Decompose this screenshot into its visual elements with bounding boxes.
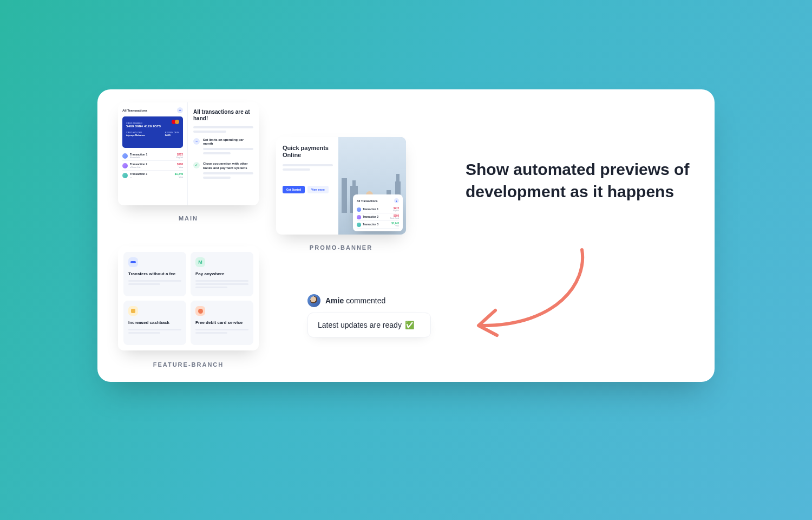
marketing-panel: All Transactions + CARD NUMBER 5469 3984…	[97, 89, 715, 382]
tile-title: Pay anywhere	[195, 271, 248, 277]
tx-status: Visa	[175, 176, 183, 178]
preview-main: All Transactions + CARD NUMBER 5469 3984…	[118, 102, 259, 205]
promo-image: All Transactions + Transaction 1 $272 Pa…	[338, 137, 406, 235]
placeholder-line	[193, 131, 226, 133]
arrow-icon	[466, 244, 595, 342]
feature-row: ✓ Close cooperation with other banks and…	[193, 162, 253, 180]
feature-tile: M Pay anywhere	[191, 252, 253, 296]
placeholder-line	[203, 172, 253, 174]
feature-text: Close cooperation with other banks and p…	[203, 162, 253, 170]
tx-name: Transaction 3	[363, 223, 390, 226]
avatar	[122, 173, 128, 178]
view-more-button[interactable]: View more	[307, 186, 329, 193]
add-button[interactable]: +	[177, 107, 183, 113]
preview-main-left-pane: All Transactions + CARD NUMBER 5469 3984…	[118, 102, 187, 205]
avatar	[357, 207, 361, 212]
comment-header: Amie commented	[307, 294, 431, 307]
middle-column: Quick payments Online Get Started View m…	[276, 137, 460, 251]
tile-badge	[128, 306, 138, 316]
preview-label-feature: FEATURE-BRANCH	[118, 361, 259, 368]
check-icon: ✓	[193, 162, 200, 168]
tile-title: Transfers without a fee	[128, 271, 181, 277]
tile-badge: M	[195, 257, 205, 267]
promo-left-pane: Quick payments Online Get Started View m…	[276, 137, 338, 235]
tx-status: Bank Card	[390, 217, 399, 219]
preview-label-main: MAIN	[118, 215, 259, 222]
tx-status: Visa	[391, 225, 399, 227]
transaction-row: Transaction 2 eSewa Ltd. $100 Visa	[122, 161, 183, 171]
tile-title: Free debit card service	[195, 320, 248, 326]
page-headline: Show automated previews of development a…	[466, 159, 698, 203]
comment-author: Amie	[325, 296, 344, 305]
feature-tile: Free debit card service	[191, 301, 253, 345]
all-transactions-title: All Transactions	[122, 109, 147, 112]
add-button[interactable]: +	[394, 198, 399, 203]
preview-promo-banner: Quick payments Online Get Started View m…	[276, 137, 406, 235]
tile-title: Increased cashback	[128, 320, 181, 326]
transactions-popup: All Transactions + Transaction 1 $272 Pa…	[353, 194, 403, 231]
tx-status: Visa	[177, 166, 183, 168]
comment-author-avatar	[307, 294, 320, 307]
preview-label-promo: PROMO-BANNER	[276, 244, 406, 251]
placeholder-line	[283, 168, 310, 171]
all-transactions-header: All Transactions +	[122, 107, 183, 113]
minus-icon: −	[193, 138, 200, 145]
placeholder-line	[203, 152, 231, 154]
tx-status: PayPal	[176, 156, 183, 159]
left-column: All Transactions + CARD NUMBER 5469 3984…	[118, 102, 286, 368]
preview-feature-branch: Transfers without a fee M Pay anywhere I…	[118, 246, 259, 350]
card-holder: Alyonya Mobatrea	[126, 134, 145, 136]
transaction-row: Transaction 2 $100 Bank Card	[357, 213, 399, 221]
card-number: 5469 3984 4129 9573	[126, 125, 179, 128]
square-icon	[131, 309, 135, 313]
comment-bubble: Latest updates are ready ✅	[307, 313, 431, 337]
credit-card: CARD NUMBER 5469 3984 4129 9573 CARD HOL…	[122, 116, 183, 148]
tile-badge	[195, 306, 205, 316]
letter-m-icon: M	[198, 259, 202, 265]
tx-name: Transaction 1	[363, 208, 391, 211]
comment-block: Amie commented Latest updates are ready …	[307, 294, 431, 337]
circle-icon	[198, 309, 203, 314]
tx-name: Transaction 2	[363, 216, 388, 218]
preview-main-right-pane: All transactions are at hand! − Set limi…	[187, 102, 259, 205]
avatar	[122, 163, 128, 168]
check-emoji-icon: ✅	[405, 321, 414, 329]
main-headline: All transactions are at hand!	[193, 109, 253, 122]
tile-badge	[128, 257, 138, 267]
dash-icon	[130, 261, 136, 263]
comment-body: Latest updates are ready	[318, 321, 402, 329]
feature-text: Set limits on spending per month	[203, 138, 253, 146]
comment-verb: commented	[346, 296, 385, 305]
transaction-row: Transaction 1 $272 PayPal	[357, 206, 399, 213]
feature-tile: Transfers without a fee	[123, 252, 186, 296]
placeholder-line	[193, 126, 253, 128]
placeholder-line	[203, 148, 253, 150]
avatar	[357, 223, 361, 227]
placeholder-line	[283, 164, 333, 166]
popup-header: All Transactions +	[357, 198, 399, 203]
transaction-row: Transaction 3 $1,245 Visa	[357, 221, 399, 229]
popup-title: All Transactions	[357, 199, 378, 203]
transactions-list: Transaction 1 Bloomfield $272 PayPal Tra…	[122, 151, 183, 180]
placeholder-line	[203, 177, 231, 179]
tx-sub: eSewa Ltd.	[130, 166, 175, 168]
tx-status: PayPal	[393, 210, 399, 212]
feature-row: − Set limits on spending per month	[193, 138, 253, 157]
avatar	[122, 153, 128, 159]
get-started-button[interactable]: Get Started	[283, 186, 305, 193]
tx-sub: Bloomfield	[130, 156, 174, 159]
card-exp: 04/25	[165, 134, 179, 136]
transaction-row: Transaction 3 — $1,245 Visa	[122, 171, 183, 180]
feature-tile: Increased cashback	[123, 301, 186, 345]
transaction-row: Transaction 1 Bloomfield $272 PayPal	[122, 151, 183, 161]
tx-sub: —	[130, 176, 173, 178]
avatar	[357, 215, 361, 219]
promo-title: Quick payments Online	[283, 145, 333, 159]
